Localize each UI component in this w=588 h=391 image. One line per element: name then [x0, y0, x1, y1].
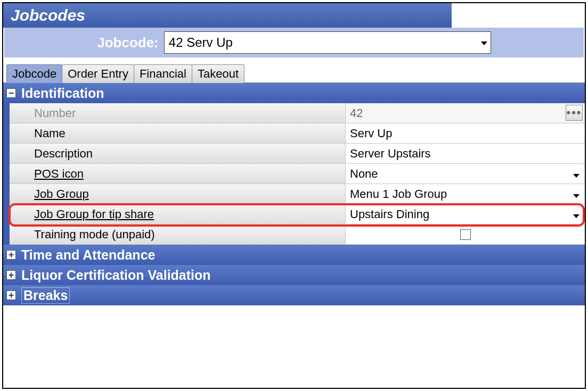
window-title: Jobcodes [11, 6, 85, 24]
row-pos-icon: POS icon None [10, 164, 585, 184]
section-breaks-title: Breaks [21, 287, 70, 304]
chevron-down-icon [573, 167, 579, 181]
value-training-mode[interactable] [345, 224, 585, 244]
jobcode-selector-value: 42 Serv Up [165, 35, 233, 50]
jobcode-selector-label: Jobcode: [97, 35, 159, 51]
tab-takeout[interactable]: Takeout [192, 64, 244, 83]
section-identification: − Identification Number 42 ••• Name Serv… [3, 83, 585, 245]
value-name[interactable]: Serv Up [345, 123, 585, 143]
title-bar: Jobcodes [3, 3, 585, 28]
section-liquor-certification-title: Liquor Certification Validation [21, 268, 211, 283]
row-number: Number 42 ••• [10, 103, 585, 123]
section-time-attendance: + Time and Attendance [3, 245, 585, 265]
chevron-down-icon [481, 38, 487, 47]
expand-icon: + [6, 250, 16, 260]
tab-financial[interactable]: Financial [134, 64, 192, 83]
chevron-down-icon [573, 187, 579, 201]
label-training-mode: Training mode (unpaid) [10, 224, 345, 244]
section-liquor-certification: + Liquor Certification Validation [3, 265, 585, 285]
section-identification-title: Identification [21, 86, 104, 101]
tabs-bar: Jobcode Order Entry Financial Takeout [3, 65, 585, 83]
value-job-group-tip-share-text: Upstairs Dining [350, 207, 429, 221]
row-name: Name Serv Up [10, 123, 585, 144]
value-job-group[interactable]: Menu 1 Job Group [345, 184, 585, 204]
tab-jobcode[interactable]: Jobcode [6, 64, 62, 83]
section-breaks: + Breaks [3, 285, 585, 305]
expand-icon: + [6, 270, 16, 280]
section-side-bar [3, 103, 10, 245]
value-description-text: Server Upstairs [350, 147, 431, 161]
row-training-mode: Training mode (unpaid) [10, 224, 585, 245]
title-bar-blank [452, 3, 585, 28]
label-pos-icon: POS icon [10, 164, 345, 184]
jobcodes-window: Jobcodes Jobcode: 42 Serv Up Jobcode Ord… [2, 2, 586, 389]
section-breaks-header[interactable]: + Breaks [3, 285, 585, 305]
value-number[interactable]: 42 ••• [345, 103, 585, 123]
label-name: Name [10, 123, 345, 143]
section-identification-body: Number 42 ••• Name Serv Up Description [10, 103, 585, 245]
value-name-text: Serv Up [350, 127, 392, 140]
value-job-group-text: Menu 1 Job Group [350, 187, 447, 201]
value-pos-icon[interactable]: None [345, 164, 585, 184]
value-pos-icon-text: None [350, 167, 378, 181]
value-job-group-tip-share[interactable]: Upstairs Dining [345, 204, 585, 224]
tab-order-entry[interactable]: Order Entry [62, 64, 134, 83]
label-description: Description [10, 144, 345, 163]
value-number-text: 42 [350, 106, 363, 120]
row-job-group-tip-share: Job Group for tip share Upstairs Dining [10, 204, 585, 224]
jobcode-selector-dropdown[interactable]: 42 Serv Up [164, 31, 491, 54]
section-liquor-certification-header[interactable]: + Liquor Certification Validation [3, 265, 585, 285]
section-time-attendance-title: Time and Attendance [21, 247, 155, 263]
training-mode-checkbox[interactable] [460, 229, 471, 240]
collapse-icon: − [6, 88, 16, 98]
ellipsis-button[interactable]: ••• [566, 105, 583, 121]
label-job-group: Job Group [10, 184, 345, 204]
section-identification-header[interactable]: − Identification [3, 83, 585, 103]
section-time-attendance-header[interactable]: + Time and Attendance [3, 245, 585, 265]
label-job-group-tip-share: Job Group for tip share [10, 204, 345, 224]
label-number: Number [10, 103, 345, 123]
row-job-group: Job Group Menu 1 Job Group [10, 184, 585, 204]
chevron-down-icon [573, 207, 579, 221]
row-description: Description Server Upstairs [10, 144, 585, 164]
jobcode-selector-bar: Jobcode: 42 Serv Up [3, 28, 585, 59]
value-description[interactable]: Server Upstairs [345, 144, 585, 163]
expand-icon: + [6, 290, 16, 300]
